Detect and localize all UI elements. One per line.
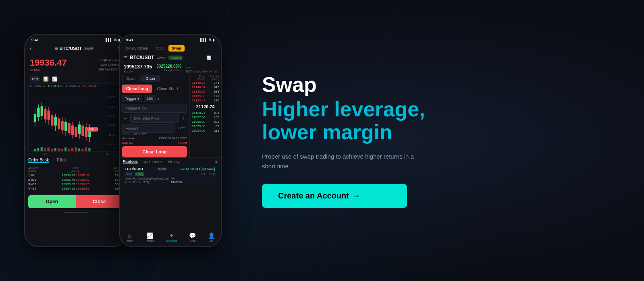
heading-leverage: Higher leverage, [262,98,604,121]
trends-icon: 📈 [146,232,153,239]
plus-icon[interactable]: + [181,116,187,121]
svg-rect-61 [78,148,80,152]
close-long-full-button[interactable]: Close Long [122,146,187,157]
home-icon: ⌂ [128,232,131,239]
date-axis: Sep 2 15 [25,152,126,156]
timeframe-select[interactable]: 1h ▾ [30,76,40,82]
position-pnl: 27.41 USDT(68.54%) [181,167,215,171]
cta-label: Create an Account [278,191,349,200]
leverage-dropdown-icon: ▾ [158,97,160,101]
open-price-value: 19765.94 [171,181,216,184]
phone1-status-icons: ▌▌▌ ⌘ ▮ [106,38,120,42]
list-icon[interactable]: ≡ [215,159,218,164]
open-orders-tab[interactable]: Open Orders [143,160,164,164]
close-long-button[interactable]: Close Long [122,85,152,93]
amount-input[interactable] [122,124,175,133]
nav-me[interactable]: 👤 Me [208,232,215,242]
phone2-pair: BTC/USDT [130,55,154,60]
phone2: 9:41 ▌▌▌ ⌘ ▮ Binary Option Spot Swap ☰ B… [119,34,222,247]
right-content: Swap Higher leverage, lower margin Prope… [238,65,620,216]
avail-label: Avail. Position(Cont)/Position(Cont) [125,177,170,180]
available-label: Available [122,136,135,140]
phone2-header-icons: 📊 ··· [206,56,217,60]
battery-icon: ▮ [118,38,120,42]
history-tab[interactable]: History [168,160,180,164]
close-tab[interactable]: Close [141,75,160,82]
order-book-tab[interactable]: Order Book [28,158,49,163]
close-short-button[interactable]: Close Short [154,85,181,93]
positions-section: Positions Open Orders History ≡ BTC/USDT… [120,157,221,187]
trigger-select[interactable]: Trigger ▾ [122,95,142,102]
leverage-select[interactable]: 10X [144,95,156,102]
svg-rect-56 [61,149,63,152]
ob-price-col: Price(USDT) [191,75,205,81]
nav-discover[interactable]: ✦ Discover [166,232,177,242]
create-account-button[interactable]: Create an Account → [262,184,407,208]
max-value: 4 Cont [177,141,187,145]
svg-rect-25 [64,122,67,131]
filled-tab[interactable]: Filled [57,158,66,163]
signal2-icon: ▌▌▌ [200,38,207,42]
close-button[interactable]: Close [76,195,123,208]
pl-label: P/L(USDT) [202,173,215,176]
chart2-icon[interactable]: 📊 [206,56,211,60]
discover-label: Discover [166,240,177,242]
entrusting-price-input[interactable] [130,114,179,123]
phone1-swap-tag: SWAP [83,47,94,50]
svg-rect-57 [64,147,66,152]
nav-chat[interactable]: 💬 Chat [189,232,196,242]
svg-rect-33 [78,124,81,134]
cont-label: Cont [176,124,187,133]
margin-rate-label: Margin Rate [156,68,181,72]
ob-col1-header: Amount(Cont) [28,167,60,172]
nav-home[interactable]: ⌂ Home [126,232,133,242]
chat-label: Chat [189,240,195,242]
equity-value: 1995137.735 [124,64,152,70]
chart-controls: 1h ▾ 📊 📈 [25,74,126,83]
hamburger2-icon[interactable]: ☰ [124,56,127,60]
margin-rate-value: 3325228.08% [156,64,181,68]
equity-row: 1995137.735 Equity 3325228.08% Margin Ra… [120,62,221,75]
open-button[interactable]: Open [28,195,76,208]
svg-text:20000: 20000 [109,124,116,127]
phone1: 9:41 ▌▌▌ ⌘ ▮ ‹ ☰ BTC/USDT SWAP ☆ [24,34,127,247]
back-arrow-icon[interactable]: ‹ [30,45,32,52]
spot-tab[interactable]: Spot [153,45,167,52]
liquidation-value: –– [186,64,217,70]
table-row: 21146.51 616 [191,85,220,89]
max-row: Max (L) 4 Cont [122,141,187,145]
hamburger-icon: ☰ [54,46,58,51]
svg-rect-62 [81,149,83,152]
svg-rect-54 [54,148,56,152]
phone2-order-panel: Open Close Close Long Close Short Trigge… [120,75,190,157]
cta-arrow-icon: → [352,191,360,200]
nav-trends[interactable]: 📈 Trends [145,232,154,242]
svg-rect-52 [48,147,50,152]
battery2-icon: ▮ [213,38,214,42]
positions-tab[interactable]: Positions [123,159,138,164]
avail-value: 4/4 [171,177,216,180]
table-row: 21057.00 160 [191,115,220,120]
minus-icon[interactable]: − [122,116,129,121]
trends-label: Trends [145,240,154,242]
home-indicator [25,208,126,216]
table-row: 21054.00 211 [191,128,220,133]
equity-right: –– EST Liquidation Price [186,64,217,73]
phone1-main-price: 19936.47 [30,58,67,68]
swap-tab[interactable]: Swap [168,45,185,52]
price-row: 19936.47 -0.65% High 20073.98 Low 19899.… [30,58,121,72]
svg-rect-50 [41,147,43,152]
svg-rect-9 [37,108,39,117]
ob-col3-header: Amount(Cont) [91,167,123,172]
chat-icon: 💬 [189,232,196,239]
equity-label: Equity [124,70,152,73]
open-tab[interactable]: Open [122,75,140,82]
line-chart-icon[interactable]: 📈 [52,76,58,82]
phone1-pair-title: ☰ BTC/USDT SWAP [54,46,94,51]
vol-stat: 24H Vol 192254 [98,67,121,72]
trigger-price-input[interactable] [122,104,187,113]
candlestick-icon[interactable]: 📊 [43,76,49,82]
binary-option-tab[interactable]: Binary Option [123,45,152,52]
wifi2-icon: ⌘ [208,38,212,42]
more-icon[interactable]: ··· [214,56,217,60]
